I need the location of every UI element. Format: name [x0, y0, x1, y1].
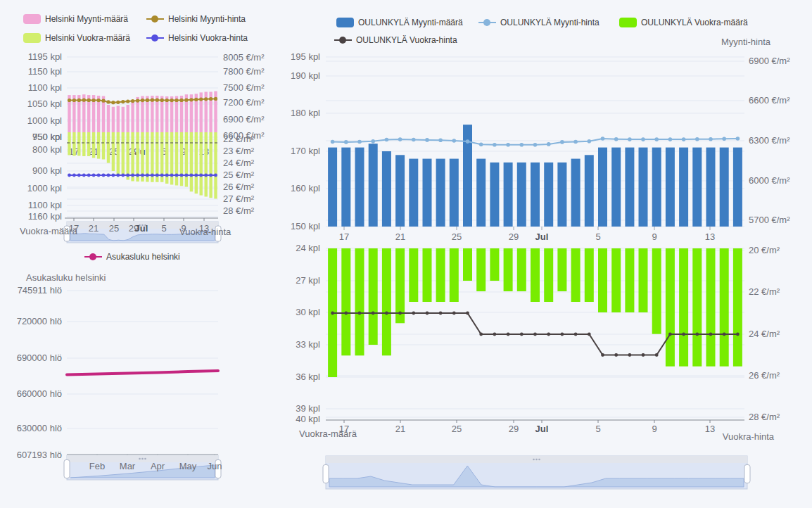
tick-label: 1000 kpl	[27, 183, 62, 193]
chart-helsinki-graphics: 17212529Jul591317212529Jul59131195 kpl11…	[27, 51, 265, 243]
tick-label: 607193 hlö	[17, 450, 62, 460]
x-axis-label: 9	[652, 424, 656, 434]
oulunkyla-datazoom-slider-handle-left[interactable]	[323, 465, 329, 483]
series-oulunkyla-myynti-hinta-line	[331, 136, 740, 146]
tick-label: 160 kpl	[291, 183, 320, 193]
legend-item-oulunkyla-myynti-maara[interactable]: OULUNKYLÄ Myynti-määrä	[336, 18, 463, 27]
x-axis-label: Jul	[535, 424, 549, 434]
x-axis-label: Mar	[120, 461, 136, 471]
oulunkyla-datazoom-slider[interactable]	[323, 456, 750, 489]
bar-series-icon	[23, 33, 41, 43]
tick-label: 24 €/m²	[223, 158, 255, 168]
axis-name-oulunkyla-vuokra-maara: Vuokra-määrä	[299, 428, 357, 439]
tick-label: 750 kpl	[32, 132, 62, 142]
tick-label: 800 kpl	[32, 144, 62, 155]
legend-item-helsinki-vuokra-hinta[interactable]: Helsinki Vuokra-hinta	[146, 33, 248, 43]
tick-label: 170 kpl	[291, 146, 320, 156]
tick-label: 22 €/m²	[223, 134, 255, 144]
tick-label: 6000 €/m²	[749, 175, 790, 186]
oulunkyla-datazoom-slider-handle-right[interactable]	[744, 465, 750, 483]
x-axis-label: 5	[595, 424, 600, 434]
tick-label: 190 kpl	[291, 70, 320, 81]
tick-label: 24 €/m²	[749, 329, 780, 339]
grip-dots-icon	[538, 459, 540, 461]
tick-label: 6900 €/m²	[749, 56, 790, 66]
tick-label: 28 €/m²	[223, 205, 255, 216]
line-series-icon	[334, 35, 352, 45]
tick-label: 20 €/m²	[749, 245, 780, 255]
legend-item-helsinki-myynti-hinta[interactable]: Helsinki Myynti-hinta	[146, 14, 246, 24]
tick-label: 33 kpl	[296, 339, 320, 350]
asukasluku-datazoom-slider[interactable]	[64, 455, 221, 480]
asukasluku-datazoom-slider-handle-left[interactable]	[64, 460, 70, 478]
axis-name-oulunkyla-myynti-hinta: Myynti-hinta	[721, 37, 770, 47]
x-axis-label: 17	[339, 231, 349, 242]
x-axis-label: 21	[89, 223, 99, 234]
x-axis-label: 9	[652, 231, 656, 242]
tick-label: 39 kpl	[296, 403, 320, 414]
tick-label: 1000 kpl	[27, 115, 62, 126]
legend-item-helsinki-vuokra-maara[interactable]: Helsinki Vuokra-määrä	[23, 33, 130, 43]
x-axis-label: 29	[509, 424, 519, 434]
tick-label: 25 €/m²	[223, 170, 255, 180]
tick-label: 720000 hlö	[17, 316, 62, 326]
series-helsinki-myynti-maara-bars	[68, 91, 217, 132]
tick-label: 900 kpl	[32, 165, 62, 176]
legend-label: OULUNKYLÄ Myynti-määrä	[358, 18, 463, 27]
x-axis-label: 21	[395, 231, 405, 242]
tick-label: 30 kpl	[296, 307, 320, 317]
tick-label: 1100 kpl	[28, 200, 62, 210]
tick-label: 1160 kpl	[28, 211, 62, 222]
x-axis-label: 5	[161, 223, 166, 234]
x-axis-label: Jul	[135, 223, 148, 234]
grip-dots-icon	[139, 458, 141, 460]
tick-label: 40 kpl	[296, 414, 320, 424]
chart-oulunkyla-graphics: 17212529Jul591317212529Jul5913195 kpl190…	[291, 51, 790, 489]
chart-asukasluku-graphics: FebMarAprMayJun745911 hlö720000 hlö69000…	[17, 285, 222, 480]
tick-label: 195 kpl	[291, 51, 320, 62]
line-series-icon	[84, 252, 102, 262]
grip-dots-icon	[535, 459, 538, 461]
x-axis-label: 13	[705, 424, 715, 434]
legend-item-oulunkyla-vuokra-hinta[interactable]: OULUNKYLÄ Vuokra-hinta	[334, 35, 457, 45]
x-axis-label: 5	[595, 231, 600, 242]
tick-label: 36 kpl	[296, 372, 320, 382]
x-axis-label: May	[179, 461, 197, 471]
tick-label: 6300 €/m²	[749, 135, 790, 146]
legend-label: OULUNKYLÄ Vuokra-hinta	[356, 35, 457, 45]
legend-item-oulunkyla-vuokra-maara[interactable]: OULUNKYLÄ Vuokra-määrä	[619, 18, 748, 27]
x-axis-label: 25	[109, 223, 119, 234]
tick-label: 1050 kpl	[27, 99, 62, 109]
tick-label: 6600 €/m²	[749, 95, 790, 106]
legend-label: Asukasluku helsinki	[106, 252, 180, 262]
tick-label: 690000 hlö	[17, 353, 62, 363]
x-axis-label: 13	[705, 231, 715, 242]
line-series-icon	[146, 14, 164, 24]
grip-dots-icon	[533, 459, 535, 461]
axis-name-oulunkyla-vuokra-hinta: Vuokra-hinta	[723, 431, 774, 442]
legend-item-helsinki-myynti-maara[interactable]: Helsinki Myynti-määrä	[23, 14, 128, 24]
tick-label: 22 €/m²	[749, 286, 780, 297]
line-series-icon	[478, 18, 496, 27]
tick-label: 5700 €/m²	[749, 215, 790, 225]
legend-label: Helsinki Vuokra-hinta	[168, 33, 248, 43]
x-axis-label: Apr	[151, 461, 165, 471]
legend-label: OULUNKYLÄ Vuokra-määrä	[641, 18, 748, 27]
tick-label: 24 kpl	[296, 243, 320, 253]
bar-series-icon	[619, 18, 637, 27]
legend-label: Helsinki Myynti-määrä	[45, 14, 128, 24]
legend-item-oulunkyla-myynti-hinta[interactable]: OULUNKYLÄ Myynti-hinta	[478, 18, 600, 27]
bar-series-icon	[23, 14, 41, 24]
tick-label: 7200 €/m²	[223, 97, 265, 108]
tick-label: 1100 kpl	[28, 82, 62, 93]
legend-item-asukasluku[interactable]: Asukasluku helsinki	[84, 252, 180, 262]
x-axis-label: 25	[452, 231, 462, 242]
legend-label: Helsinki Vuokra-määrä	[45, 33, 130, 43]
x-axis-label: 29	[509, 231, 519, 242]
tick-label: 180 kpl	[291, 108, 320, 118]
legend-label: OULUNKYLÄ Myynti-hinta	[500, 18, 600, 27]
tick-label: 630000 hlö	[17, 423, 62, 433]
series-asukasluku-line	[67, 371, 218, 375]
tick-label: 26 €/m²	[223, 182, 255, 192]
tick-label: 7500 €/m²	[223, 82, 265, 93]
